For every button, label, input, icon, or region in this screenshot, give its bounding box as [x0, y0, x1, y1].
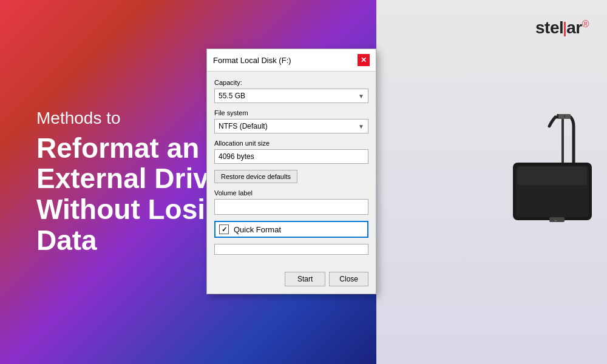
logo-cursor-bar — [564, 22, 566, 36]
stellar-logo-text: stelar® — [535, 18, 589, 38]
alloc-label: Allocation unit size — [214, 140, 368, 147]
external-drive-container: ⌁ — [498, 114, 595, 250]
start-button[interactable]: Start — [285, 272, 325, 286]
stellar-logo: stelar® — [535, 18, 589, 38]
checkbox-check-icon: ✓ — [222, 226, 227, 234]
filesystem-arrow-icon: ▼ — [358, 123, 364, 130]
drive-usb-port — [549, 217, 565, 222]
right-section: stelar® ⌁ — [376, 0, 607, 364]
progress-bar — [214, 244, 368, 255]
volume-label: Volume label — [214, 189, 368, 197]
capacity-label: Capacity: — [214, 79, 368, 86]
quick-format-row: ✓ Quick Format — [214, 221, 368, 238]
external-drive-svg: ⌁ — [498, 114, 595, 248]
capacity-select[interactable]: 55.5 GB ▼ — [214, 89, 368, 103]
drive-highlight — [517, 167, 587, 185]
close-dialog-button[interactable]: Close — [329, 272, 368, 286]
volume-label-input[interactable] — [214, 199, 368, 215]
restore-defaults-button[interactable]: Restore device defaults — [214, 170, 297, 183]
hero-section: Methods to Reformat an External Drive Wi… — [0, 0, 376, 364]
dialog-close-button[interactable]: ✕ — [358, 54, 370, 66]
capacity-arrow-icon: ▼ — [358, 93, 364, 99]
usb-symbol-icon: ⌁ — [554, 218, 557, 223]
alloc-value: 4096 bytes — [219, 152, 254, 161]
dialog-body: Capacity: 55.5 GB ▼ File system NTFS (De… — [207, 72, 376, 268]
filesystem-label: File system — [214, 109, 368, 116]
quick-format-checkbox[interactable]: ✓ — [219, 224, 229, 234]
dialog-title: Format Local Disk (F:) — [213, 56, 291, 65]
dialog-titlebar: Format Local Disk (F:) ✕ — [207, 49, 376, 72]
alloc-input: 4096 bytes — [214, 149, 368, 164]
capacity-value: 55.5 GB — [219, 92, 245, 100]
logo-trademark: ® — [582, 19, 589, 29]
dialog-footer: Start Close — [207, 268, 376, 294]
quick-format-label: Quick Format — [234, 225, 281, 234]
filesystem-select[interactable]: NTFS (Default) ▼ — [214, 119, 368, 133]
filesystem-value: NTFS (Default) — [219, 122, 268, 130]
format-dialog: Format Local Disk (F:) ✕ Capacity: 55.5 … — [206, 49, 376, 294]
